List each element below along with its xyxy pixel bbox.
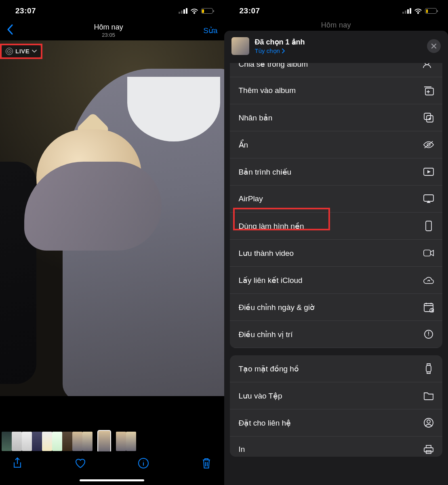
action-share-in-album[interactable]: Chia sẻ trong album xyxy=(230,63,443,77)
favorite-button[interactable] xyxy=(73,455,88,471)
hide-icon xyxy=(423,139,434,150)
location-icon xyxy=(423,329,434,340)
info-button[interactable] xyxy=(136,455,151,471)
status-bar: 23:07 xyxy=(0,0,224,20)
close-icon xyxy=(431,43,437,49)
slideshow-icon xyxy=(423,166,434,177)
battery-icon xyxy=(201,8,213,14)
nav-title-block: Hôm nay 23:05 xyxy=(94,23,123,38)
action-hide[interactable]: Ẩn xyxy=(230,131,443,158)
thumb[interactable] xyxy=(22,432,32,451)
action-label: Đặt cho liên hệ xyxy=(239,418,291,428)
watch-icon xyxy=(423,363,434,374)
photo-viewer[interactable] xyxy=(0,40,224,396)
action-save-to-files[interactable]: Lưu vào Tệp xyxy=(230,382,443,409)
svg-rect-16 xyxy=(424,448,433,452)
chevron-down-icon xyxy=(32,50,37,53)
close-button[interactable] xyxy=(427,39,441,53)
nav-title-peek: Hôm nay xyxy=(224,20,448,31)
action-airplay[interactable]: AirPlay xyxy=(230,186,443,213)
annotation-highlight-live: LIVE xyxy=(0,44,42,59)
calendar-icon xyxy=(423,302,434,313)
action-adjust-date-time[interactable]: Điều chỉnh ngày & giờ xyxy=(230,294,443,321)
nav-subtitle: 23:05 xyxy=(94,32,123,38)
home-indicator[interactable] xyxy=(80,479,144,481)
action-print[interactable]: In xyxy=(230,436,443,457)
delete-button[interactable] xyxy=(199,455,214,471)
wallpaper-icon xyxy=(423,220,434,232)
share-button[interactable] xyxy=(10,455,25,471)
svg-point-15 xyxy=(427,420,430,423)
chevron-right-icon xyxy=(282,48,285,53)
status-time: 23:07 xyxy=(240,6,260,15)
edit-button[interactable]: Sửa xyxy=(203,26,217,35)
action-label: Điều chỉnh ngày & giờ xyxy=(239,303,315,312)
action-add-to-album[interactable]: Thêm vào album xyxy=(230,77,443,104)
svg-rect-13 xyxy=(426,365,431,372)
print-icon xyxy=(423,444,434,455)
action-use-as-wallpaper[interactable]: Dùng làm hình nền xyxy=(230,213,443,240)
svg-rect-8 xyxy=(426,221,431,231)
action-label: Ẩn xyxy=(239,140,248,150)
nav-title: Hôm nay xyxy=(94,23,123,32)
action-assign-to-contact[interactable]: Đặt cho liên hệ xyxy=(230,409,443,436)
thumb-current[interactable] xyxy=(97,430,111,453)
cellular-icon xyxy=(179,8,187,14)
duplicate-icon xyxy=(423,112,434,123)
photo-filmstrip[interactable] xyxy=(0,431,224,451)
action-duplicate[interactable]: Nhân bản xyxy=(230,104,443,131)
action-label: Bản trình chiếu xyxy=(239,167,292,177)
live-badge[interactable]: LIVE xyxy=(2,45,41,57)
thumb[interactable] xyxy=(72,432,82,451)
files-icon xyxy=(423,390,434,401)
thumb[interactable] xyxy=(12,432,22,451)
battery-icon xyxy=(425,8,437,14)
airplay-icon xyxy=(423,193,434,205)
wifi-icon xyxy=(414,8,422,14)
action-list[interactable]: Chia sẻ trong album Thêm vào album Nhân … xyxy=(224,63,448,485)
wifi-icon xyxy=(190,8,198,14)
thumb[interactable] xyxy=(62,432,72,451)
action-label: Tạo mặt đồng hồ xyxy=(239,364,299,373)
status-indicators xyxy=(402,8,437,14)
action-adjust-location[interactable]: Điều chỉnh vị trí xyxy=(230,321,443,348)
action-label: Chia sẻ trong album xyxy=(239,63,308,69)
thumb[interactable] xyxy=(32,432,42,451)
live-rings-icon xyxy=(6,48,13,55)
action-label: AirPlay xyxy=(239,194,263,203)
action-icloud-link[interactable]: Lấy liên kết iCloud xyxy=(230,267,443,294)
status-indicators xyxy=(179,8,213,14)
phone-right: 23:07 Hôm nay Đã chọn 1 ảnh Tùy chọn xyxy=(224,0,448,485)
thumb[interactable] xyxy=(42,432,52,451)
thumb[interactable] xyxy=(52,432,62,451)
sheet-options-button[interactable]: Tùy chọn xyxy=(255,47,422,55)
action-label: Lưu thành video xyxy=(239,249,294,258)
icloud-link-icon xyxy=(423,274,434,286)
thumb[interactable] xyxy=(116,432,126,451)
contact-icon xyxy=(423,417,434,428)
thumb[interactable] xyxy=(2,432,12,451)
action-label: Điều chỉnh vị trí xyxy=(239,330,293,339)
cellular-icon xyxy=(402,8,411,14)
video-icon xyxy=(423,247,434,259)
action-group: Tạo mặt đồng hồ Lưu vào Tệp Đặt cho liên… xyxy=(230,355,443,457)
action-label: Nhân bản xyxy=(239,113,273,122)
action-label: Lấy liên kết iCloud xyxy=(239,276,303,285)
action-save-as-video[interactable]: Lưu thành video xyxy=(230,240,443,267)
thumb[interactable] xyxy=(126,432,136,451)
svg-rect-17 xyxy=(426,445,431,448)
svg-rect-9 xyxy=(424,250,431,256)
action-label: Lưu vào Tệp xyxy=(239,391,282,401)
action-slideshow[interactable]: Bản trình chiếu xyxy=(230,158,443,186)
action-label: Dùng làm hình nền xyxy=(239,221,304,231)
action-label: Thêm vào album xyxy=(239,86,296,95)
action-label: In xyxy=(239,445,245,454)
status-time: 23:07 xyxy=(15,6,36,15)
svg-rect-7 xyxy=(424,195,433,201)
thumb[interactable] xyxy=(82,432,93,451)
status-bar: 23:07 xyxy=(224,0,448,20)
nav-bar: Hôm nay 23:05 Sửa xyxy=(0,20,224,40)
back-button[interactable] xyxy=(6,24,14,37)
action-create-watch-face[interactable]: Tạo mặt đồng hồ xyxy=(230,355,443,382)
phone-left: 23:07 Hôm nay 23:05 Sửa LIVE xyxy=(0,0,224,485)
